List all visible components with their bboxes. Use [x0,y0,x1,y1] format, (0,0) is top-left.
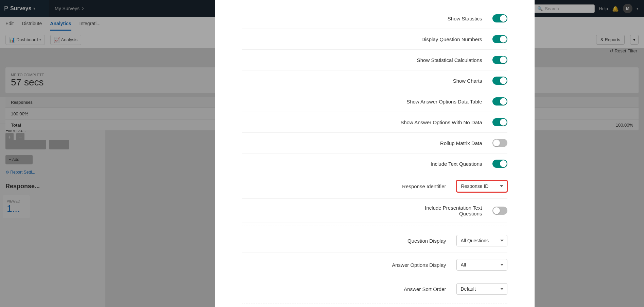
setting-row-show_answer_options_data_table: Show Answer Options Data Table [242,91,507,112]
show_answer_options_data_table-control[interactable] [492,97,507,106]
answer-options-display-select[interactable]: All [456,259,507,271]
modal-overlay: Show StatisticsDisplay Question NumbersS… [0,0,644,307]
include-presentation-row: Include Presentation Text Questions [242,199,507,223]
rollup_matrix_data-label: Rollup Matrix Data [242,140,492,146]
include_text_questions-control[interactable] [492,160,507,168]
answer-options-display-label: Answer Options Display [242,262,456,268]
question-display-control[interactable]: All Questions [456,235,507,246]
display_question_numbers-toggle[interactable] [492,35,507,43]
rollup_matrix_data-control[interactable] [492,139,507,147]
answer-sort-order-select[interactable]: Default [456,283,507,295]
answer-sort-order-label: Answer Sort Order [242,286,456,292]
show_charts-label: Show Charts [242,78,492,84]
response-identifier-select[interactable]: Response ID [456,180,507,192]
rollup_matrix_data-toggle[interactable] [492,139,507,147]
setting-row-display_question_numbers: Display Question Numbers [242,29,507,50]
setting-row-show_charts: Show Charts [242,70,507,91]
show_answer_options_data_table-toggle[interactable] [492,97,507,106]
answer-options-display-control[interactable]: All [456,259,507,271]
response-identifier-row: Response Identifier Response ID [242,174,507,199]
setting-row-show_statistics: Show Statistics [242,8,507,29]
show_charts-control[interactable] [492,77,507,85]
background-page: P Surveys ▾ My Surveys > 🔍 Search Help 🔔… [0,0,644,307]
include_text_questions-label: Include Text Questions [242,161,492,167]
show_statistical_calculations-toggle[interactable] [492,56,507,64]
question-display-select[interactable]: All Questions [456,235,507,246]
show_statistical_calculations-control[interactable] [492,56,507,64]
answer-sort-order-row: Answer Sort Order Default [242,277,507,301]
include-presentation-label: Include Presentation Text Questions [242,205,492,216]
answer-sort-order-control[interactable]: Default [456,283,507,295]
display_question_numbers-control[interactable] [492,35,507,43]
include_text_questions-toggle[interactable] [492,160,507,168]
include-presentation-toggle[interactable] [492,207,507,215]
display_question_numbers-label: Display Question Numbers [242,36,492,42]
show_statistics-label: Show Statistics [242,16,492,21]
response-identifier-control[interactable]: Response ID [456,180,507,192]
show_statistics-toggle[interactable] [492,14,507,22]
setting-row-rollup_matrix_data: Rollup Matrix Data [242,133,507,154]
include-presentation-toggle-switch[interactable] [492,207,507,215]
show_answer_options_no_data-label: Show Answer Options With No Data [242,119,492,125]
setting-row-show_answer_options_no_data: Show Answer Options With No Data [242,112,507,133]
question-display-row: Question Display All Questions [242,229,507,253]
setting-row-show_statistical_calculations: Show Statistical Calculations [242,50,507,70]
response-identifier-label: Response Identifier [242,183,456,189]
answer-options-display-row: Answer Options Display All [242,253,507,277]
show_answer_options_no_data-control[interactable] [492,118,507,126]
settings-modal: Show StatisticsDisplay Question NumbersS… [215,0,535,307]
show_charts-toggle[interactable] [492,77,507,85]
show_answer_options_data_table-label: Show Answer Options Data Table [242,99,492,104]
show_statistics-control[interactable] [492,14,507,22]
setting-row-include_text_questions: Include Text Questions [242,154,507,174]
show_statistical_calculations-label: Show Statistical Calculations [242,57,492,63]
question-display-label: Question Display [242,238,456,244]
show_answer_options_no_data-toggle[interactable] [492,118,507,126]
